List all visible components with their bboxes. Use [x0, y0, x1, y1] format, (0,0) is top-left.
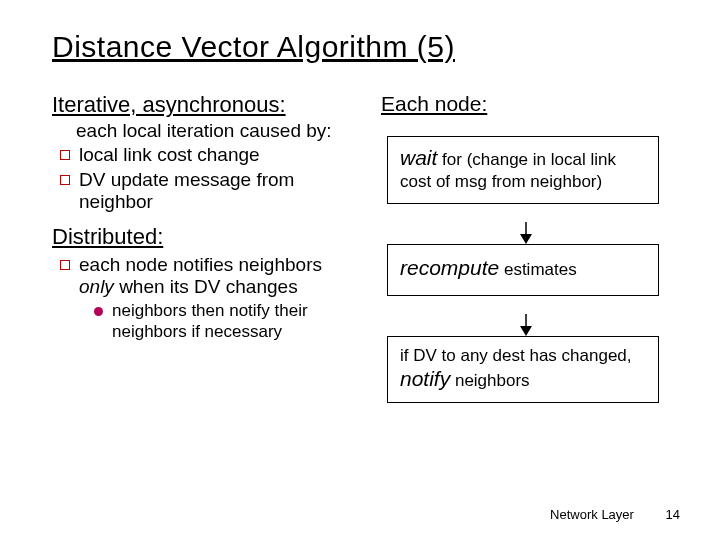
footer: Network Layer 14	[550, 507, 680, 522]
flow-box-notify: if DV to any dest has changed, notify ne…	[387, 336, 659, 404]
each-node-heading: Each node:	[381, 92, 670, 116]
bullet-notify: each node notifies neighbors only when i…	[60, 254, 341, 299]
footer-label: Network Layer	[550, 507, 634, 522]
right-column: Each node: wait for (change in local lin…	[381, 92, 670, 421]
flow-box-text: recompute estimates	[388, 245, 658, 295]
text-part: when its DV changes	[114, 276, 298, 297]
iteration-intro: each local iteration caused by:	[76, 120, 341, 142]
bullet-dv-update: DV update message from neighbor	[60, 169, 341, 214]
page-number: 14	[666, 507, 680, 522]
square-bullet-icon	[60, 175, 70, 185]
bullet-text: DV update message from neighbor	[79, 169, 341, 214]
flow-box-wait: wait for (change in local link cost of m…	[387, 136, 659, 204]
bullet-text: each node notifies neighbors only when i…	[79, 254, 341, 299]
text-part: neighbors	[450, 371, 529, 390]
bullet-text: local link cost change	[79, 144, 260, 166]
arrow-down-icon	[516, 314, 536, 336]
circle-bullet-icon	[94, 307, 103, 316]
flow-box-text: wait for (change in local link cost of m…	[388, 137, 658, 203]
slide-title: Distance Vector Algorithm (5)	[52, 30, 670, 64]
text-part: estimates	[499, 260, 576, 279]
left-column: Iterative, asynchronous: each local iter…	[52, 92, 341, 421]
columns: Iterative, asynchronous: each local iter…	[52, 92, 670, 421]
flow-box-text: if DV to any dest has changed, notify ne…	[388, 337, 658, 403]
svg-marker-3	[520, 326, 532, 336]
emph-notify: notify	[400, 367, 450, 390]
text-part: each node notifies neighbors	[79, 254, 322, 275]
nested-text: neighbors then notify their neighbors if…	[112, 301, 341, 342]
flow-box-recompute: recompute estimates	[387, 244, 659, 296]
emph-recompute: recompute	[400, 256, 499, 279]
text-part: if DV to any dest has changed,	[400, 346, 632, 365]
distributed-heading: Distributed:	[52, 224, 341, 250]
nested-bullet: neighbors then notify their neighbors if…	[94, 301, 341, 342]
square-bullet-icon	[60, 260, 70, 270]
only-italic: only	[79, 276, 114, 297]
arrow-down-icon	[516, 222, 536, 244]
bullet-local-link: local link cost change	[60, 144, 341, 166]
emph-wait: wait	[400, 146, 437, 169]
svg-marker-1	[520, 234, 532, 244]
square-bullet-icon	[60, 150, 70, 160]
iterative-heading: Iterative, asynchronous:	[52, 92, 341, 118]
